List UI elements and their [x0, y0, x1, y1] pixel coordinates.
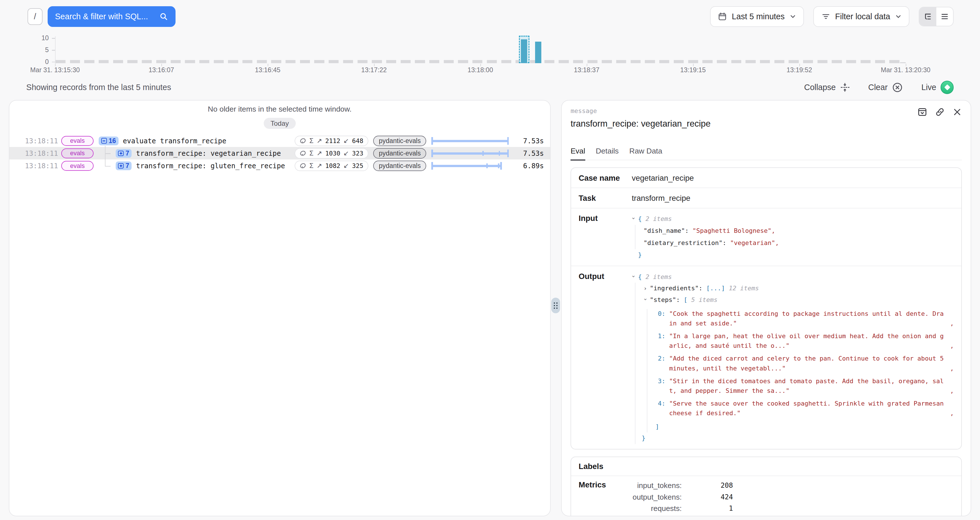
- timeline-chart[interactable]: 10 5 0 Mar 31. 13:15:3013:16:0713:16:451…: [0, 34, 980, 77]
- metrics-label: Metrics: [579, 480, 632, 514]
- y-axis-tick-label: 0: [33, 58, 49, 66]
- histogram-bar[interactable]: [535, 42, 541, 63]
- tab-raw-data[interactable]: Raw Data: [629, 147, 662, 160]
- x-axis-tick-label: Mar 31. 13:20:30: [881, 66, 931, 74]
- span-count: 16: [108, 137, 116, 145]
- output-tokens: 648: [352, 137, 364, 144]
- item-count: 5 items: [691, 296, 718, 303]
- x-axis-tick-label: 13:18:37: [574, 66, 600, 74]
- input-tokens: 2112: [325, 137, 340, 144]
- tree-connector: [105, 153, 111, 154]
- collapse-button[interactable]: Collapse: [804, 83, 850, 92]
- trace-row[interactable]: 13:18:11 evals 7 transform_recipe: glute…: [10, 159, 550, 172]
- copy-link-icon[interactable]: [935, 107, 945, 117]
- collapse-minus-icon: [101, 138, 107, 144]
- showing-records-text: Showing records from the last 5 minutes: [26, 83, 804, 92]
- calendar-icon: [718, 12, 727, 21]
- json-key: dietary_restriction: [644, 239, 723, 246]
- histogram-bar[interactable]: [521, 40, 527, 63]
- span-count-expand-pill[interactable]: 7: [116, 149, 132, 158]
- output-label: Output: [579, 271, 632, 444]
- step-text: In a large pan, heat the olive oil over …: [669, 331, 947, 350]
- scope-tag-pill[interactable]: pydantic-evals: [373, 160, 426, 171]
- tree-connector: [105, 146, 105, 166]
- metric-name: requests:: [632, 503, 682, 514]
- chevron-down-icon: [895, 13, 902, 19]
- json-value: vegetarian: [730, 239, 775, 246]
- output-json-viewer[interactable]: ›{ 2 items ›ingredients: [...] 12 items …: [632, 271, 954, 444]
- expand-chevron-icon[interactable]: ›: [628, 275, 640, 281]
- time-range-dropdown[interactable]: Last 5 minutes: [710, 6, 804, 27]
- tab-eval[interactable]: Eval: [571, 147, 585, 160]
- span-count-collapse-pill[interactable]: 16: [99, 136, 119, 145]
- token-usage-chip: Σ ↗1030 ↙323: [294, 148, 368, 159]
- tree-view-toggle[interactable]: [919, 7, 936, 25]
- metric-value: 208: [682, 480, 733, 491]
- span-name: transform_recipe: gluten_free_recipe: [136, 162, 285, 170]
- filter-icon: [821, 12, 830, 21]
- status-bar: Showing records from the last 5 minutes …: [0, 79, 980, 95]
- token-usage-chip: Σ ↗2112 ↙648: [294, 136, 368, 146]
- sigma-icon: Σ: [309, 137, 313, 145]
- input-json-viewer[interactable]: ›{ 2 items dish_name: Spaghetti Bolognes…: [632, 213, 954, 260]
- trace-rows: 13:18:11 evals 16 evaluate transform_rec…: [10, 135, 550, 172]
- evals-badge: evals: [61, 148, 94, 158]
- time-range-label: Last 5 minutes: [732, 12, 784, 21]
- x-axis-tick: [161, 64, 162, 66]
- input-row: Input ›{ 2 items dish_name: Spaghetti Bo…: [571, 208, 961, 266]
- step-text: Cook the spaghetti according to package …: [669, 309, 947, 328]
- trace-row-selected[interactable]: 13:18:11 evals 7 transform_recipe: veget…: [10, 147, 550, 159]
- span-count-expand-pill[interactable]: 7: [116, 162, 132, 170]
- metric-value: 424: [682, 491, 733, 503]
- input-tokens-arrow: ↗: [317, 162, 322, 170]
- step-text: Stir in the diced tomatoes and tomato pa…: [669, 376, 947, 396]
- view-mode-toggle: [919, 7, 954, 26]
- clear-button[interactable]: Clear: [868, 82, 903, 93]
- metrics-row: Metrics input_tokens:208 output_tokens:4…: [571, 476, 961, 516]
- case-name-row: Case name vegetarian_recipe: [571, 168, 961, 187]
- filter-local-data-dropdown[interactable]: Filter local data: [813, 6, 909, 27]
- array-index: 4: [655, 399, 665, 418]
- output-tokens: 325: [352, 162, 364, 170]
- close-icon[interactable]: [953, 107, 962, 117]
- empty-notice: No older items in the selected time wind…: [10, 105, 550, 114]
- trace-row[interactable]: 13:18:11 evals 16 evaluate transform_rec…: [10, 135, 550, 147]
- output-row: Output ›{ 2 items ›ingredients: [...] 12…: [571, 266, 961, 449]
- duration-text: 7.53s: [514, 149, 544, 157]
- detail-tabs: Eval Details Raw Data: [571, 147, 962, 160]
- output-tokens-arrow: ↙: [344, 162, 349, 170]
- dock-panel-icon[interactable]: [918, 107, 927, 117]
- trace-timestamp: 13:18:11: [25, 137, 56, 145]
- live-indicator-icon: [940, 81, 954, 94]
- evals-badge: evals: [61, 136, 94, 146]
- panel-resize-handle[interactable]: [551, 298, 560, 313]
- scope-tag-pill[interactable]: pydantic-evals: [373, 136, 426, 146]
- step-text: Serve the sauce over the cooked spaghett…: [669, 399, 947, 418]
- trace-timestamp: 13:18:11: [25, 162, 56, 170]
- expand-plus-icon: [118, 163, 124, 169]
- live-toggle-button[interactable]: Live: [921, 81, 954, 94]
- task-label: Task: [579, 193, 632, 203]
- task-value: transform_recipe: [632, 193, 690, 203]
- x-axis-tick-label: 13:16:07: [149, 66, 174, 74]
- x-axis-tick: [693, 64, 694, 66]
- search-button[interactable]: Search & filter with SQL...: [48, 6, 176, 27]
- collapsed-chevron-icon[interactable]: ›: [644, 283, 650, 294]
- json-array-item: 1In a large pan, heat the olive oil over…: [655, 331, 954, 350]
- input-tokens-arrow: ↗: [317, 137, 322, 145]
- expand-chevron-icon[interactable]: ›: [628, 217, 640, 223]
- scope-tag-pill[interactable]: pydantic-evals: [373, 148, 426, 159]
- list-view-toggle[interactable]: [936, 7, 953, 25]
- collapsed-array-preview[interactable]: [...]: [706, 285, 725, 292]
- search-icon: [159, 12, 168, 21]
- input-tokens: 1082: [325, 162, 340, 170]
- metric-item: output_tokens:424: [632, 491, 954, 503]
- tab-details[interactable]: Details: [596, 147, 619, 160]
- metric-name: input_tokens:: [632, 480, 682, 491]
- today-pill[interactable]: Today: [264, 118, 296, 129]
- x-axis-tick: [587, 64, 587, 66]
- record-kind-label: message: [571, 107, 597, 114]
- expand-chevron-icon[interactable]: ›: [640, 298, 651, 304]
- coin-icon: [299, 150, 306, 157]
- step-text: Add the diced carrot and celery to the p…: [669, 354, 947, 373]
